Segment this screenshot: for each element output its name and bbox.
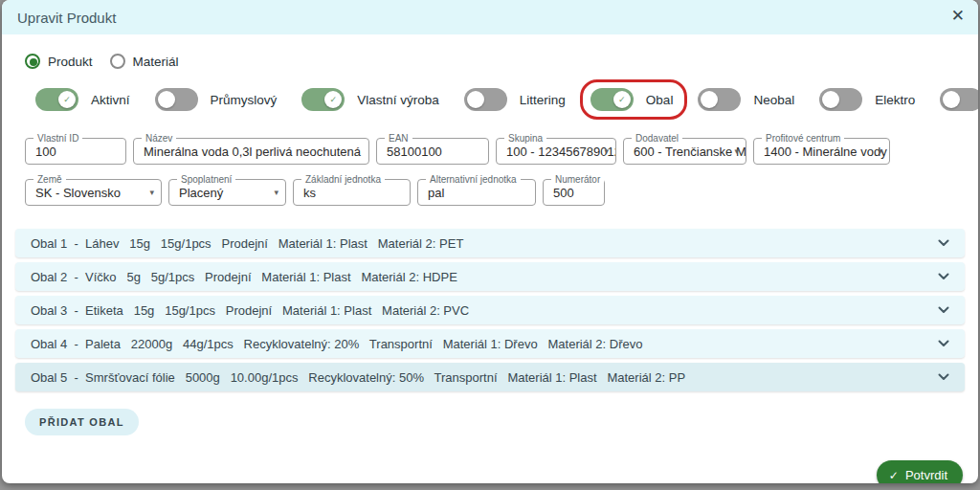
toggle-obal-highlighted[interactable]: ✓ Obal bbox=[580, 79, 688, 120]
dropdown-arrow-icon: ▾ bbox=[878, 146, 882, 156]
radio-material[interactable] bbox=[110, 54, 125, 69]
toggle-off-icon: ✓ bbox=[698, 88, 741, 111]
toggle-aktivni[interactable]: ✓ Aktivní bbox=[25, 79, 145, 120]
ean-field[interactable]: EAN 58100100 bbox=[376, 138, 489, 165]
radio-produkt[interactable] bbox=[25, 54, 40, 69]
toggle-row: ✓ Aktivní ✓ Průmyslový ✓ Vlastní výroba … bbox=[25, 79, 955, 120]
toggle-on-icon: ✓ bbox=[35, 88, 78, 111]
packaging-row-obal-1[interactable]: Obal 1 - Láhev 15g 15g/1pcs Prodejní Mat… bbox=[15, 229, 965, 257]
packaging-row-obal-3[interactable]: Obal 3 - Etiketa 15g 15g/1pcs Prodejní M… bbox=[15, 296, 965, 324]
chevron-down-icon[interactable] bbox=[938, 306, 949, 314]
modal-content: Produkt Materiál ✓ Aktivní ✓ Průmyslový … bbox=[2, 54, 978, 483]
dropdown-arrow-icon: ▾ bbox=[149, 188, 154, 197]
edit-product-modal: Upravit Produkt ✕ Produkt Materiál ✓ Akt… bbox=[2, 0, 978, 483]
toggle-off-icon: ✓ bbox=[155, 88, 198, 111]
toggle-neobal[interactable]: ✓ Neobal bbox=[687, 79, 809, 120]
product-type-radio-group: Produkt Materiál bbox=[25, 54, 955, 69]
toggle-littering[interactable]: ✓ Littering bbox=[454, 79, 580, 120]
modal-header: Upravit Produkt ✕ bbox=[2, 0, 978, 34]
radio-material-label: Materiál bbox=[133, 55, 179, 69]
confirm-button[interactable]: ✓ Potvrdit bbox=[877, 460, 963, 483]
zakladni-jednotka-field[interactable]: Základní jednotka ks bbox=[293, 179, 411, 206]
dodavatel-select[interactable]: Dodavatel 600 - Trenčianske Mi… ▾ bbox=[623, 138, 746, 165]
toggle-on-icon: ✓ bbox=[301, 88, 345, 111]
zeme-select[interactable]: Země SK - Slovensko ▾ bbox=[25, 179, 162, 206]
dropdown-arrow-icon: ▾ bbox=[734, 146, 739, 156]
packaging-row-obal-2[interactable]: Obal 2 - Víčko 5g 5g/1pcs Prodejní Mater… bbox=[15, 262, 965, 291]
chevron-down-icon[interactable] bbox=[938, 340, 949, 347]
toggle-on-icon: ✓ bbox=[590, 88, 634, 111]
chevron-down-icon[interactable] bbox=[938, 373, 949, 381]
toggle-elektro[interactable]: ✓ Elektro bbox=[809, 79, 929, 120]
confirm-button-label: Potvrdit bbox=[905, 468, 947, 482]
packaging-row-obal-5[interactable]: Obal 5 - Smršťovací fólie 5000g 10.00g/1… bbox=[15, 363, 965, 391]
chevron-down-icon[interactable] bbox=[938, 239, 949, 247]
toggle-prumyslovy[interactable]: ✓ Průmyslový bbox=[145, 79, 292, 120]
toggle-off-icon: ✓ bbox=[464, 88, 507, 111]
toggle-baterie[interactable]: ✓ Baterie bbox=[929, 79, 978, 120]
alternativni-jednotka-field[interactable]: Alternativní jednotka pal bbox=[417, 179, 536, 206]
add-packaging-button[interactable]: PŘIDAT OBAL bbox=[25, 409, 139, 435]
packaging-row-obal-4[interactable]: Obal 4 - Paleta 22000g 44g/1pcs Recyklov… bbox=[15, 329, 965, 358]
vlastni-id-field[interactable]: Vlastní ID 100 bbox=[25, 138, 126, 165]
packaging-list: Obal 1 - Láhev 15g 15g/1pcs Prodejní Mat… bbox=[15, 229, 965, 391]
nazev-field[interactable]: Název Minerálna voda 0,3l perlivá neochu… bbox=[133, 138, 369, 165]
close-icon[interactable]: ✕ bbox=[951, 7, 965, 26]
spoplatneni-select[interactable]: Spoplatnení Placený ▾ bbox=[168, 179, 286, 206]
form-row-1: Vlastní ID 100 Název Minerálna voda 0,3l… bbox=[25, 138, 955, 165]
modal-title: Upravit Produkt bbox=[17, 10, 116, 26]
numerator-field[interactable]: Numerátor 500 bbox=[543, 179, 605, 206]
toggle-off-icon: ✓ bbox=[940, 88, 978, 111]
skupina-select[interactable]: Skupina 100 - 123456789012… ▾ bbox=[496, 138, 616, 165]
toggle-vlastni-vyroba[interactable]: ✓ Vlastní výroba bbox=[291, 79, 454, 120]
form-row-2: Země SK - Slovensko ▾ Spoplatnení Placen… bbox=[25, 179, 955, 206]
chevron-down-icon[interactable] bbox=[938, 273, 949, 280]
dropdown-arrow-icon: ▾ bbox=[604, 146, 609, 156]
profitove-centrum-select[interactable]: Profitové centrum 1400 - Minerálne vody … bbox=[753, 138, 890, 165]
toggle-off-icon: ✓ bbox=[819, 88, 862, 111]
radio-produkt-label: Produkt bbox=[48, 55, 93, 69]
dropdown-arrow-icon: ▾ bbox=[274, 188, 278, 197]
check-icon: ✓ bbox=[889, 469, 899, 482]
